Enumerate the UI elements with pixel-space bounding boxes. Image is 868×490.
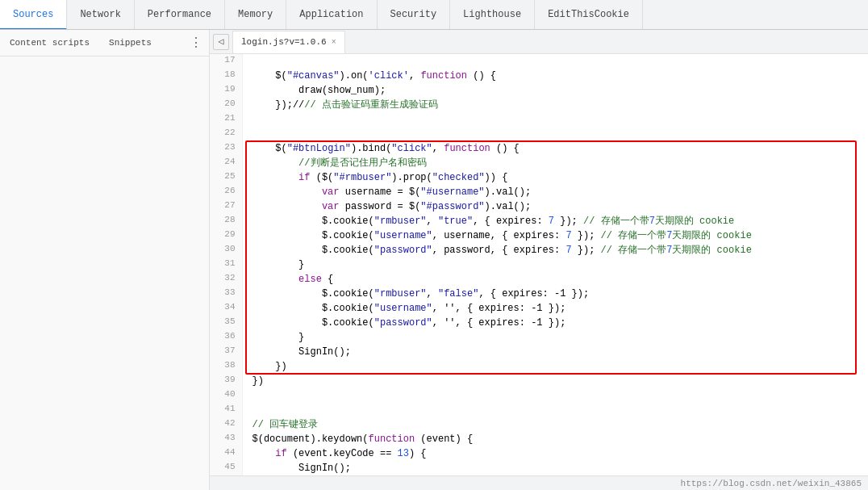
- line-number: 27: [210, 199, 242, 214]
- table-row: 20 });//// 点击验证码重新生成验证码: [210, 98, 868, 112]
- table-row: 39}): [210, 374, 868, 388]
- tab-network[interactable]: Network: [67, 0, 134, 29]
- line-number: 37: [210, 345, 242, 359]
- line-code: $.cookie("username", username, { expires…: [242, 228, 868, 243]
- sidebar-tab-snippets[interactable]: Snippets: [99, 30, 161, 56]
- tab-bar: Sources Network Performance Memory Appli…: [0, 0, 868, 30]
- line-number: 24: [210, 156, 242, 170]
- table-row: 25 if ($("#rmbuser").prop("checked")) {: [210, 170, 868, 185]
- sidebar-content: [0, 57, 209, 490]
- tab-editthiscookie[interactable]: EditThisCookie: [535, 0, 643, 29]
- line-code: SignIn();: [242, 461, 868, 475]
- table-row: 22: [210, 127, 868, 141]
- line-code: $.cookie("username", '', { expires: -1 }…: [242, 301, 868, 316]
- line-number: 40: [210, 388, 242, 403]
- line-code: }: [242, 330, 868, 345]
- table-row: 31 }: [210, 258, 868, 272]
- line-code: [242, 112, 868, 127]
- table-row: 23 $("#btnLogin").bind("click", function…: [210, 141, 868, 156]
- status-bar: https://blog.csdn.net/weixin_43865: [210, 475, 868, 490]
- table-row: 40: [210, 388, 868, 403]
- line-number: 33: [210, 287, 242, 301]
- line-code: if (event.keyCode == 13) {: [242, 446, 868, 461]
- table-row: 18 $("#canvas").on('click', function () …: [210, 69, 868, 83]
- file-tab[interactable]: login.js?v=1.0.6 ×: [232, 31, 345, 53]
- line-number: 41: [210, 403, 242, 417]
- file-tab-bar: ◁ login.js?v=1.0.6 ×: [210, 30, 868, 54]
- tab-memory[interactable]: Memory: [225, 0, 286, 29]
- line-number: 17: [210, 54, 242, 69]
- line-number: 43: [210, 432, 242, 446]
- line-code: [242, 388, 868, 403]
- sidebar-tab-content-scripts[interactable]: Content scripts: [0, 30, 99, 56]
- line-number: 25: [210, 170, 242, 185]
- table-row: 28 $.cookie("rmbuser", "true", { expires…: [210, 214, 868, 228]
- line-code: // 回车键登录: [242, 417, 868, 432]
- line-code: if ($("#rmbuser").prop("checked")) {: [242, 170, 868, 185]
- tab-security[interactable]: Security: [378, 0, 451, 29]
- line-number: 19: [210, 83, 242, 98]
- line-number: 31: [210, 258, 242, 272]
- line-code: }: [242, 258, 868, 272]
- sidebar-top: Content scripts Snippets ⋮: [0, 30, 209, 57]
- table-row: 42// 回车键登录: [210, 417, 868, 432]
- table-row: 37 SignIn();: [210, 345, 868, 359]
- table-row: 33 $.cookie("rmbuser", "false", { expire…: [210, 287, 868, 301]
- main-layout: Content scripts Snippets ⋮ ◁ login.js?v=…: [0, 30, 868, 490]
- line-code: [242, 54, 868, 69]
- table-row: 19 draw(show_num);: [210, 83, 868, 98]
- table-row: 30 $.cookie("password", password, { expi…: [210, 243, 868, 258]
- line-code: }): [242, 359, 868, 374]
- table-row: 44 if (event.keyCode == 13) {: [210, 446, 868, 461]
- line-number: 44: [210, 446, 242, 461]
- line-code: });//// 点击验证码重新生成验证码: [242, 98, 868, 112]
- line-number: 36: [210, 330, 242, 345]
- line-code: $.cookie("password", '', { expires: -1 }…: [242, 316, 868, 330]
- status-url: https://blog.csdn.net/weixin_43865: [681, 479, 862, 488]
- line-code: $.cookie("rmbuser", "true", { expires: 7…: [242, 214, 868, 228]
- table-row: 35 $.cookie("password", '', { expires: -…: [210, 316, 868, 330]
- line-number: 22: [210, 127, 242, 141]
- table-row: 17: [210, 54, 868, 69]
- tab-sources[interactable]: Sources: [0, 0, 67, 30]
- table-row: 32 else {: [210, 272, 868, 287]
- line-number: 34: [210, 301, 242, 316]
- line-number: 23: [210, 141, 242, 156]
- table-row: 27 var password = $("#password").val();: [210, 199, 868, 214]
- table-row: 21: [210, 112, 868, 127]
- line-code: else {: [242, 272, 868, 287]
- line-code: $("#canvas").on('click', function () {: [242, 69, 868, 83]
- line-number: 32: [210, 272, 242, 287]
- file-tab-name: login.js?v=1.0.6: [241, 37, 327, 47]
- table-row: 38 }): [210, 359, 868, 374]
- tab-performance[interactable]: Performance: [135, 0, 225, 29]
- line-code: var password = $("#password").val();: [242, 199, 868, 214]
- line-code: [242, 403, 868, 417]
- sidebar-more-button[interactable]: ⋮: [183, 30, 209, 56]
- sidebar: Content scripts Snippets ⋮: [0, 30, 210, 490]
- file-tab-nav-button[interactable]: ◁: [213, 34, 229, 50]
- table-row: 45 SignIn();: [210, 461, 868, 475]
- line-code: var username = $("#username").val();: [242, 185, 868, 199]
- line-number: 20: [210, 98, 242, 112]
- table-row: 36 }: [210, 330, 868, 345]
- line-number: 45: [210, 461, 242, 475]
- line-number: 42: [210, 417, 242, 432]
- line-code: $.cookie("rmbuser", "false", { expires: …: [242, 287, 868, 301]
- file-tab-close[interactable]: ×: [332, 38, 336, 47]
- line-number: 39: [210, 374, 242, 388]
- line-code: draw(show_num);: [242, 83, 868, 98]
- line-code: $("#btnLogin").bind("click", function ()…: [242, 141, 868, 156]
- line-code: //判断是否记住用户名和密码: [242, 156, 868, 170]
- table-row: 26 var username = $("#username").val();: [210, 185, 868, 199]
- code-area: ◁ login.js?v=1.0.6 × 17 18 $("#canvas").…: [210, 30, 868, 490]
- line-code: $.cookie("password", password, { expires…: [242, 243, 868, 258]
- tab-application[interactable]: Application: [286, 0, 377, 29]
- code-scroll[interactable]: 17 18 $("#canvas").on('click', function …: [210, 54, 868, 475]
- line-number: 30: [210, 243, 242, 258]
- line-code: SignIn();: [242, 345, 868, 359]
- line-number: 38: [210, 359, 242, 374]
- tab-lighthouse[interactable]: Lighthouse: [450, 0, 535, 29]
- line-number: 26: [210, 185, 242, 199]
- code-table: 17 18 $("#canvas").on('click', function …: [210, 54, 868, 475]
